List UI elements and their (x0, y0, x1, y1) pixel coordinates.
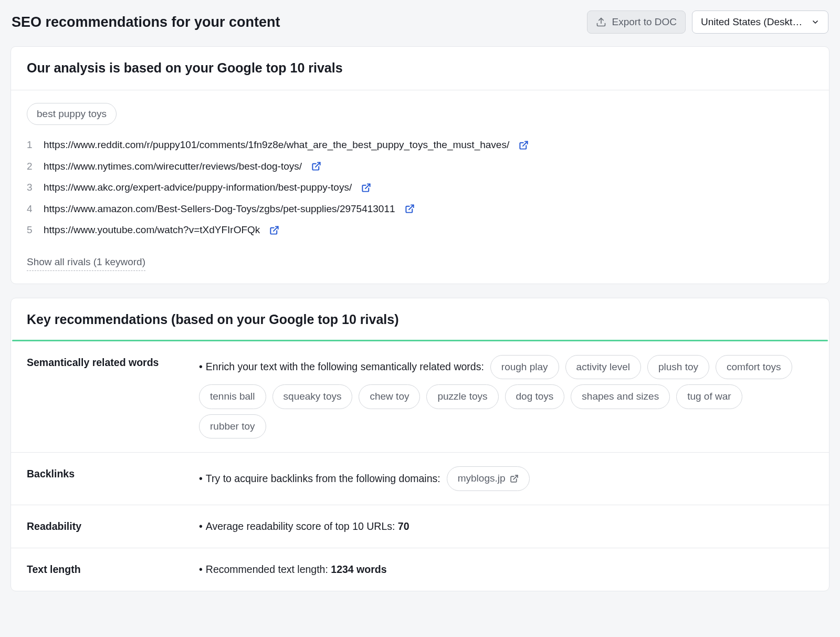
region-select-label: United States (Desktop) (701, 16, 806, 28)
rec-label-readability: Readability (27, 519, 184, 534)
external-link-icon[interactable] (361, 183, 371, 193)
rec-row-semantic: Semantically related words •Enrich your … (11, 341, 829, 453)
show-all-rivals-button[interactable]: Show all rivals (1 keyword) (27, 255, 145, 271)
semantic-word-pill[interactable]: comfort toys (716, 355, 792, 380)
external-link-icon[interactable] (269, 225, 279, 235)
rec-label-semantic: Semantically related words (27, 355, 184, 370)
svg-line-1 (523, 141, 528, 146)
analysis-title: Our analysis is based on your Google top… (11, 47, 829, 90)
backlink-domain-pill[interactable]: myblogs.jp (447, 466, 530, 491)
page-title: SEO recommendations for your content (12, 12, 280, 33)
rival-item: 2https://www.nytimes.com/wirecutter/revi… (27, 156, 813, 177)
backlinks-container: •Try to acquire backlinks from the follo… (199, 466, 813, 491)
rec-row-backlinks: Backlinks •Try to acquire backlinks from… (11, 453, 829, 505)
rival-number: 5 (27, 223, 34, 238)
keyword-pill[interactable]: best puppy toys (27, 103, 117, 126)
rival-number: 4 (27, 202, 34, 217)
rival-item: 5https://www.youtube.com/watch?v=tXdYFIr… (27, 220, 813, 241)
semantic-word-pill[interactable]: plush toy (647, 355, 709, 380)
chevron-down-icon (811, 18, 820, 26)
rival-url[interactable]: https://www.akc.org/expert-advice/puppy-… (44, 180, 352, 195)
svg-line-3 (365, 184, 370, 189)
semantic-word-pill[interactable]: tennis ball (199, 384, 266, 409)
semantic-word-pill[interactable]: rubber toy (199, 414, 266, 439)
semantic-word-pill[interactable]: dog toys (505, 384, 565, 409)
semantic-word-pill[interactable]: puzzle toys (426, 384, 498, 409)
rec-lead-semantic: •Enrich your text with the following sem… (199, 359, 484, 374)
rival-list: 1https://www.reddit.com/r/puppy101/comme… (27, 134, 813, 241)
rival-number: 1 (27, 138, 34, 153)
textlen-value: 1234 words (331, 563, 386, 575)
rec-lead-backlinks: •Try to acquire backlinks from the follo… (199, 471, 440, 486)
rec-label-backlinks: Backlinks (27, 466, 184, 482)
external-link-icon[interactable] (519, 140, 529, 150)
external-link-icon[interactable] (311, 161, 321, 171)
rival-url[interactable]: https://www.nytimes.com/wirecutter/revie… (44, 159, 302, 174)
rival-item: 1https://www.reddit.com/r/puppy101/comme… (27, 134, 813, 156)
rec-lead-readability: Average readability score of top 10 URLs… (206, 520, 398, 532)
export-doc-label: Export to DOC (612, 16, 677, 28)
region-select[interactable]: United States (Desktop) (692, 11, 828, 34)
semantic-word-pill[interactable]: shapes and sizes (571, 384, 670, 409)
key-recommendations-panel: Key recommendations (based on your Googl… (10, 298, 830, 591)
rec-row-readability: Readability •Average readability score o… (11, 505, 829, 548)
svg-line-2 (316, 163, 320, 168)
key-recommendations-title: Key recommendations (based on your Googl… (11, 298, 829, 340)
readability-value: 70 (398, 520, 410, 532)
semantic-word-pill[interactable]: tug of war (676, 384, 742, 409)
rival-number: 3 (27, 180, 34, 195)
external-link-icon[interactable] (405, 204, 415, 214)
svg-line-6 (513, 475, 518, 479)
rival-item: 3https://www.akc.org/expert-advice/puppy… (27, 177, 813, 199)
svg-line-5 (274, 226, 278, 231)
rec-label-textlen: Text length (27, 562, 184, 577)
semantic-word-pill[interactable]: chew toy (359, 384, 420, 409)
export-doc-button[interactable]: Export to DOC (587, 11, 686, 34)
semantic-word-pill[interactable]: activity level (565, 355, 641, 380)
semantic-word-pill[interactable]: rough play (490, 355, 559, 380)
rival-url[interactable]: https://www.amazon.com/Best-Sellers-Dog-… (44, 202, 395, 217)
semantic-words-container: •Enrich your text with the following sem… (199, 355, 813, 439)
rec-lead-textlen: Recommended text length: (206, 563, 331, 575)
svg-line-4 (408, 205, 413, 210)
semantic-word-pill[interactable]: squeaky toys (272, 384, 353, 409)
external-link-icon (510, 474, 519, 483)
rival-url[interactable]: https://www.youtube.com/watch?v=tXdYFIrO… (44, 223, 260, 238)
analysis-panel: Our analysis is based on your Google top… (10, 46, 830, 284)
export-icon (596, 17, 606, 27)
rec-row-textlen: Text length •Recommended text length: 12… (11, 548, 829, 591)
rival-number: 2 (27, 159, 34, 174)
rival-item: 4https://www.amazon.com/Best-Sellers-Dog… (27, 199, 813, 220)
rival-url[interactable]: https://www.reddit.com/r/puppy101/commen… (44, 138, 509, 153)
